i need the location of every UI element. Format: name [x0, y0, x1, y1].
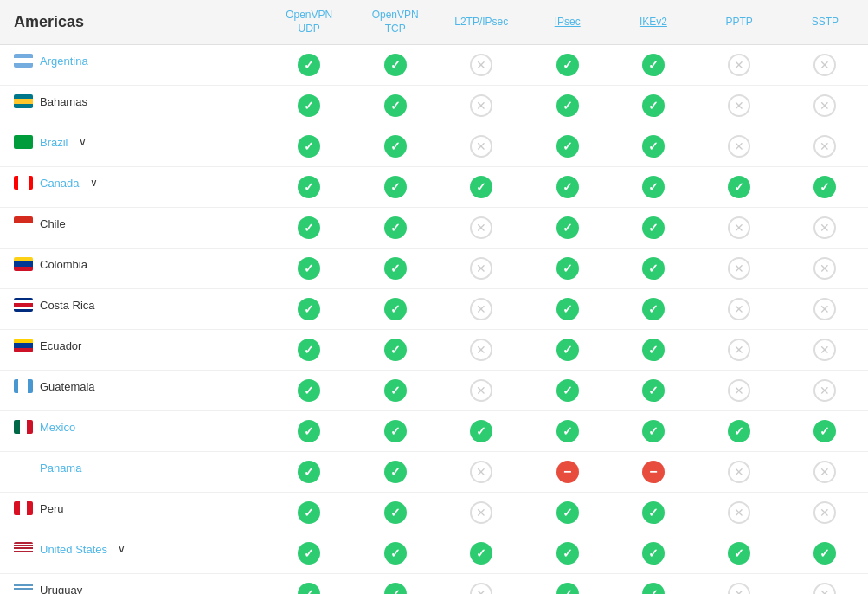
protocol-table: Americas OpenVPNUDP OpenVPNTCP L2TP/IPse…	[0, 0, 868, 594]
cell-us-openvpn_tcp	[352, 533, 439, 574]
x-icon	[470, 461, 492, 483]
cell-co-openvpn_udp	[266, 249, 352, 289]
region-header: Americas	[0, 0, 266, 45]
cell-co-ipsec	[524, 249, 610, 289]
cell-cl-sstp	[782, 208, 868, 249]
cell-ar-l2tp	[438, 45, 524, 86]
cell-cl-pptp	[697, 208, 782, 249]
country-cell: Guatemala	[0, 371, 266, 402]
flag-cl	[14, 216, 33, 230]
cell-cr-openvpn_tcp	[352, 289, 439, 330]
x-icon	[728, 216, 750, 239]
cell-gt-openvpn_tcp	[352, 371, 439, 411]
country-cell: Uruguay	[0, 574, 266, 594]
x-icon	[470, 583, 492, 594]
chevron-down-icon[interactable]: ∨	[118, 543, 125, 555]
check-icon	[728, 420, 750, 442]
x-icon	[728, 298, 750, 320]
cell-uy-ikev2	[610, 574, 696, 594]
cell-pe-ipsec	[524, 493, 610, 533]
country-name-pa[interactable]: Panama	[40, 462, 81, 475]
check-icon	[556, 135, 579, 158]
x-icon	[728, 501, 750, 524]
country-name-ar[interactable]: Argentina	[40, 55, 88, 68]
country-name-mx[interactable]: Mexico	[40, 421, 75, 434]
cell-bs-pptp	[697, 86, 782, 126]
cell-uy-pptp	[697, 574, 782, 594]
cell-ec-ikev2	[610, 330, 696, 371]
x-icon	[728, 461, 750, 483]
x-icon	[470, 94, 492, 117]
cell-mx-ipsec	[524, 411, 610, 452]
check-icon	[728, 176, 750, 198]
table-row: Bahamas	[0, 86, 868, 126]
x-icon	[728, 257, 750, 280]
check-icon	[298, 54, 320, 76]
cell-pe-sstp	[782, 493, 868, 533]
check-icon	[298, 135, 320, 158]
x-icon	[470, 257, 492, 280]
cell-br-ikev2	[610, 126, 696, 167]
table-row: Uruguay	[0, 574, 868, 594]
cell-cr-pptp	[697, 289, 782, 330]
cell-ec-openvpn_udp	[266, 330, 352, 371]
col-pptp: PPTP	[697, 0, 782, 45]
cell-uy-openvpn_udp	[266, 574, 352, 594]
check-icon	[384, 94, 407, 117]
main-container: Americas OpenVPNUDP OpenVPNTCP L2TP/IPse…	[0, 0, 868, 594]
x-icon	[813, 583, 836, 594]
flag-pa	[14, 461, 33, 475]
cell-bs-l2tp	[438, 86, 524, 126]
flag-bs	[14, 94, 33, 108]
col-openvpn-udp: OpenVPNUDP	[266, 0, 352, 45]
cell-ar-ipsec	[524, 45, 610, 86]
country-cell: Brazil∨	[0, 126, 266, 158]
check-icon	[556, 339, 579, 361]
cell-co-l2tp	[438, 249, 524, 289]
check-icon	[384, 542, 407, 565]
country-cell: United States∨	[0, 533, 266, 565]
x-icon	[470, 298, 492, 320]
table-row: Panama	[0, 452, 868, 493]
check-icon	[384, 583, 407, 594]
check-icon	[470, 542, 492, 565]
flag-br	[14, 135, 33, 149]
cell-us-ikev2	[610, 533, 696, 574]
cell-br-openvpn_tcp	[352, 126, 439, 167]
cell-br-pptp	[697, 126, 782, 167]
cell-pa-sstp	[782, 452, 868, 493]
check-icon	[298, 176, 320, 198]
check-icon	[642, 420, 665, 442]
country-name-us[interactable]: United States	[40, 543, 107, 556]
chevron-down-icon[interactable]: ∨	[90, 177, 98, 189]
chevron-down-icon[interactable]: ∨	[79, 136, 87, 148]
country-cell: Mexico	[0, 411, 266, 442]
country-cell: Colombia	[0, 249, 266, 280]
cell-co-openvpn_tcp	[352, 249, 439, 289]
check-icon	[470, 420, 492, 442]
cell-us-ipsec	[524, 533, 610, 574]
country-name-br[interactable]: Brazil	[40, 136, 68, 149]
country-name-ca[interactable]: Canada	[40, 177, 80, 190]
cell-mx-openvpn_udp	[266, 411, 352, 452]
table-row: Argentina	[0, 45, 868, 86]
cell-co-sstp	[782, 249, 868, 289]
check-icon	[556, 216, 579, 239]
col-ikev2: IKEv2	[610, 0, 696, 45]
country-cell: Bahamas	[0, 86, 266, 117]
cell-pa-l2tp	[438, 452, 524, 493]
country-cell: Ecuador	[0, 330, 266, 361]
check-icon	[556, 501, 579, 524]
cell-ca-openvpn_tcp	[352, 167, 439, 208]
cell-ca-pptp	[697, 167, 782, 208]
check-icon	[298, 461, 320, 483]
col-sstp: SSTP	[782, 0, 868, 45]
cell-cr-ipsec	[524, 289, 610, 330]
cell-bs-sstp	[782, 86, 868, 126]
check-icon	[813, 176, 836, 198]
country-name-uy: Uruguay	[40, 584, 82, 594]
country-cell: Argentina	[0, 45, 266, 76]
x-icon	[813, 501, 836, 524]
check-icon	[384, 176, 407, 198]
cell-gt-l2tp	[438, 371, 524, 411]
